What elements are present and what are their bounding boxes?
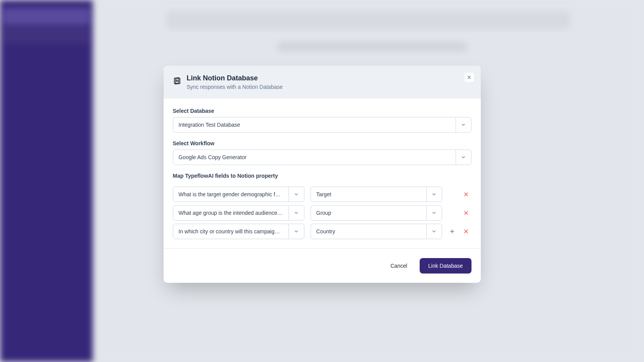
modal-title: Link Notion Database: [187, 74, 471, 82]
database-label: Select Database: [173, 108, 471, 114]
x-icon: [463, 228, 469, 235]
x-icon: [463, 191, 469, 197]
mapping-row: In which city or country will this campa…: [173, 224, 471, 239]
mapping-property-value: Group: [311, 210, 426, 216]
chevron-down-icon: [456, 117, 471, 132]
workflow-value: Google Ads Copy Generator: [173, 154, 456, 160]
mapping-property-value: Country: [311, 228, 426, 235]
mapping-field-value: In which city or country will this campa…: [173, 228, 289, 235]
link-database-button[interactable]: Link Database: [420, 258, 471, 274]
workflow-select[interactable]: Google Ads Copy Generator: [173, 150, 471, 165]
modal-header: Link Notion Database Sync responses with…: [164, 66, 481, 99]
mapping-field-select[interactable]: What age group is the intended audience…: [173, 205, 304, 221]
close-icon: [466, 75, 472, 80]
cancel-button[interactable]: Cancel: [386, 259, 412, 273]
modal-footer: Cancel Link Database: [164, 248, 481, 283]
chevron-down-icon: [456, 150, 471, 165]
mapping-field-select[interactable]: In which city or country will this campa…: [173, 224, 304, 239]
add-mapping-button[interactable]: [448, 228, 456, 235]
modal-body: Select Database Integration Test Databas…: [164, 99, 481, 248]
remove-mapping-button[interactable]: [462, 190, 470, 198]
mapping-property-select[interactable]: Group: [311, 205, 442, 221]
modal-subtitle: Sync responses with a Notion Database: [187, 84, 471, 90]
mapping-field-select[interactable]: What is the target gender demographic f…: [173, 187, 304, 202]
chevron-down-icon: [289, 206, 304, 220]
mapping-property-select[interactable]: Country: [311, 224, 442, 239]
chevron-down-icon: [289, 187, 304, 202]
link-notion-modal: Link Notion Database Sync responses with…: [164, 66, 481, 283]
mapping-row: What is the target gender demographic f……: [173, 187, 471, 202]
mapping-property-select[interactable]: Target: [311, 187, 442, 202]
mapping-field-value: What age group is the intended audience…: [173, 210, 289, 216]
remove-mapping-button[interactable]: [462, 228, 470, 235]
modal-backdrop: Link Notion Database Sync responses with…: [0, 0, 644, 362]
chevron-down-icon: [426, 206, 442, 220]
chevron-down-icon: [289, 224, 304, 239]
mapping-property-value: Target: [311, 191, 426, 197]
remove-mapping-button[interactable]: [462, 209, 470, 217]
plus-icon: [449, 228, 455, 235]
close-button[interactable]: [465, 73, 474, 82]
workflow-label: Select Workflow: [173, 140, 471, 146]
mapping-row: What age group is the intended audience……: [173, 205, 471, 221]
database-select[interactable]: Integration Test Database: [173, 117, 471, 133]
chevron-down-icon: [426, 224, 442, 239]
mapping-label: Map TypeflowAI fields to Notion property: [173, 173, 471, 179]
mapping-field-value: What is the target gender demographic f…: [173, 191, 289, 197]
chevron-down-icon: [426, 187, 442, 202]
x-icon: [463, 210, 469, 216]
database-value: Integration Test Database: [173, 122, 456, 128]
notion-icon: [173, 76, 181, 85]
